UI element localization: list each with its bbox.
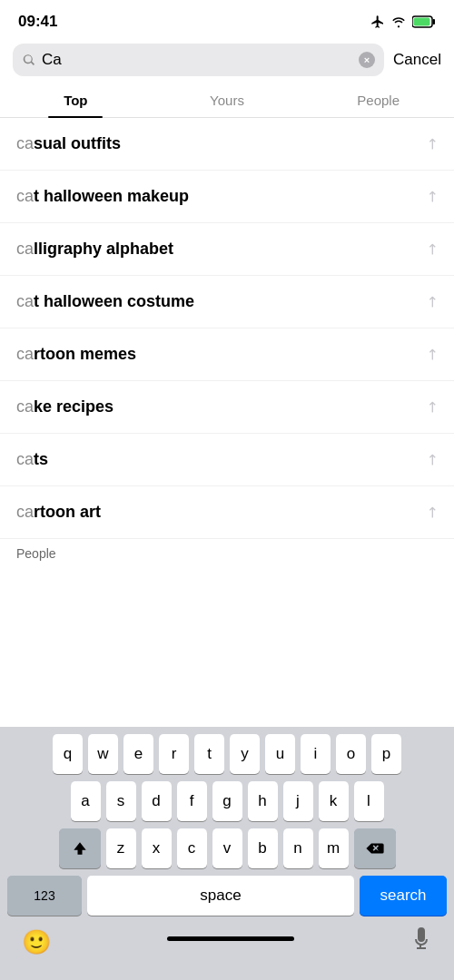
emoji-mic-row: 🙂 [4, 923, 450, 980]
list-item[interactable]: cartoon art ↗ [0, 486, 454, 539]
shift-key[interactable] [59, 828, 101, 868]
wifi-icon [390, 15, 407, 28]
svg-rect-2 [414, 18, 430, 26]
key-l[interactable]: l [354, 781, 384, 821]
key-c[interactable]: c [177, 828, 207, 868]
key-z[interactable]: z [106, 828, 136, 868]
emoji-button[interactable]: 🙂 [22, 928, 51, 956]
clear-button[interactable]: × [359, 52, 375, 68]
list-item[interactable]: cartoon memes ↗ [0, 328, 454, 381]
status-bar: 09:41 [0, 0, 454, 36]
list-item[interactable]: cat halloween costume ↗ [0, 276, 454, 328]
tab-people[interactable]: People [302, 83, 454, 117]
cancel-button[interactable]: Cancel [393, 51, 441, 69]
key-d[interactable]: d [142, 781, 172, 821]
list-item[interactable]: cake recipes ↗ [0, 381, 454, 434]
key-w[interactable]: w [88, 734, 118, 774]
search-icon [22, 53, 36, 67]
list-item[interactable]: cat halloween makeup ↗ [0, 171, 454, 223]
list-item[interactable]: calligraphy alphabet ↗ [0, 223, 454, 276]
suggestion-text: cartoon art [16, 503, 426, 522]
microphone-button[interactable] [410, 926, 432, 958]
key-n[interactable]: n [283, 828, 313, 868]
list-item[interactable]: cats ↗ [0, 434, 454, 486]
suggestion-text: cat halloween makeup [16, 187, 426, 206]
battery-icon [412, 15, 436, 28]
status-time: 09:41 [18, 13, 57, 31]
key-x[interactable]: x [142, 828, 172, 868]
home-indicator [167, 936, 294, 941]
key-y[interactable]: y [230, 734, 260, 774]
key-m[interactable]: m [319, 828, 349, 868]
suggestion-text: cake recipes [16, 397, 426, 416]
keyboard-row-1: q w e r t y u i o p [4, 734, 450, 774]
list-item[interactable]: casual outfits ↗ [0, 118, 454, 171]
key-g[interactable]: g [212, 781, 242, 821]
svg-rect-1 [433, 19, 436, 24]
key-i[interactable]: i [301, 734, 331, 774]
suggestion-text: cats [16, 450, 426, 469]
suggestions-list: casual outfits ↗ cat halloween makeup ↗ … [0, 118, 454, 539]
tabs-row: Top Yours People [0, 83, 454, 118]
key-t[interactable]: t [194, 734, 224, 774]
tab-top[interactable]: Top [0, 83, 152, 117]
keyboard-row-2: a s d f g h j k l [4, 781, 450, 821]
key-h[interactable]: h [248, 781, 278, 821]
key-q[interactable]: q [53, 734, 83, 774]
key-b[interactable]: b [248, 828, 278, 868]
suggestion-text: casual outfits [16, 134, 426, 153]
suggestion-text: cartoon memes [16, 345, 426, 364]
key-j[interactable]: j [283, 781, 313, 821]
suggestion-text: calligraphy alphabet [16, 240, 426, 259]
search-bar-row: × Cancel [0, 36, 454, 83]
status-icons [370, 15, 436, 29]
delete-key[interactable] [354, 828, 396, 868]
tab-yours[interactable]: Yours [152, 83, 303, 117]
key-v[interactable]: v [212, 828, 242, 868]
search-key[interactable]: search [360, 876, 447, 916]
key-u[interactable]: u [265, 734, 295, 774]
airplane-icon [370, 15, 385, 29]
key-e[interactable]: e [123, 734, 153, 774]
space-key[interactable]: space [87, 876, 354, 916]
key-p[interactable]: p [371, 734, 401, 774]
keyboard: q w e r t y u i o p a s d f g h j k l z … [0, 727, 454, 980]
search-input[interactable] [42, 51, 353, 69]
key-r[interactable]: r [159, 734, 189, 774]
section-label: People [0, 539, 454, 564]
key-o[interactable]: o [336, 734, 366, 774]
key-a[interactable]: a [71, 781, 101, 821]
keyboard-bottom-row: 123 space search [4, 876, 450, 916]
suggestion-text: cat halloween costume [16, 292, 426, 311]
search-input-wrap[interactable]: × [13, 44, 384, 76]
keyboard-row-3: z x c v b n m [4, 828, 450, 868]
key-f[interactable]: f [177, 781, 207, 821]
key-k[interactable]: k [319, 781, 349, 821]
key-s[interactable]: s [106, 781, 136, 821]
numbers-key[interactable]: 123 [7, 876, 82, 916]
